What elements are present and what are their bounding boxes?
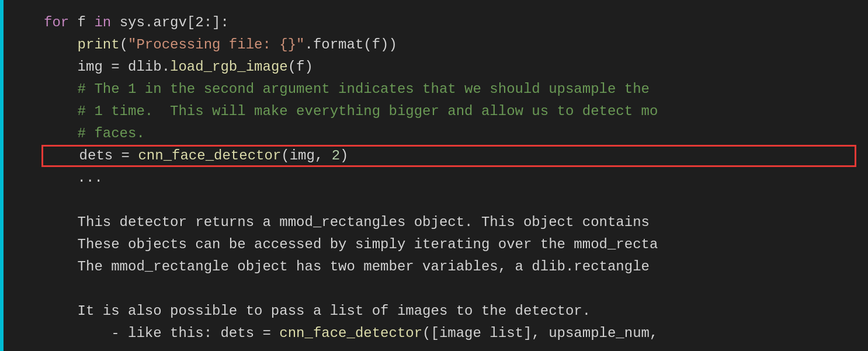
text-content: It is also possible to pass a list of im… [44, 300, 591, 322]
code-line-8: 5 ... [44, 167, 856, 189]
code-line-2: print("Processing file: {}".format(f)) [44, 34, 856, 56]
blank-line-1 [44, 189, 856, 211]
text-content: The mmod_rectangle object has two member… [44, 256, 650, 278]
code-line-4: # The 1 in the second argument indicates… [44, 78, 856, 100]
code-text: ... [44, 167, 103, 189]
code-text: # faces. [44, 123, 145, 145]
text-content: This detector returns a mmod_rectangles … [44, 211, 650, 234]
code-text: img = dlib.load_rgb_image(f) [44, 56, 313, 78]
code-line-1: for f in sys.argv[2:]: [44, 12, 856, 34]
code-text: dets = cnn_face_detector(img, 2) [46, 145, 349, 167]
code-text: print("Processing file: {}".format(f)) [44, 34, 397, 56]
text-line-3: The mmod_rectangle object has two member… [44, 256, 856, 278]
blank-line-2 [44, 278, 856, 300]
left-accent-bar [0, 0, 4, 351]
code-container: for f in sys.argv[2:]: print("Processing… [0, 0, 868, 351]
text-line-5: - like this: dets = cnn_face_detector([i… [44, 322, 856, 345]
text-line-1: This detector returns a mmod_rectangles … [44, 211, 856, 234]
text-line-4: It is also possible to pass a list of im… [44, 300, 856, 322]
code-area: for f in sys.argv[2:]: print("Processing… [32, 6, 868, 345]
text-content: These objects can be accessed by simply … [44, 234, 658, 256]
code-text: # The 1 in the second argument indicates… [44, 78, 650, 100]
code-line-5: # 1 time. This will make everything bigg… [44, 100, 856, 123]
code-line-6: # faces. [44, 123, 856, 145]
code-text: for f in sys.argv[2:]: [44, 12, 229, 34]
code-line-7-highlighted: 2 dets = cnn_face_detector(img, 2) [41, 145, 856, 167]
text-line-2: These objects can be accessed by simply … [44, 234, 856, 256]
code-line-3: img = dlib.load_rgb_image(f) [44, 56, 856, 78]
code-text: # 1 time. This will make everything bigg… [44, 100, 658, 123]
text-content: - like this: dets = cnn_face_detector([i… [44, 322, 658, 345]
